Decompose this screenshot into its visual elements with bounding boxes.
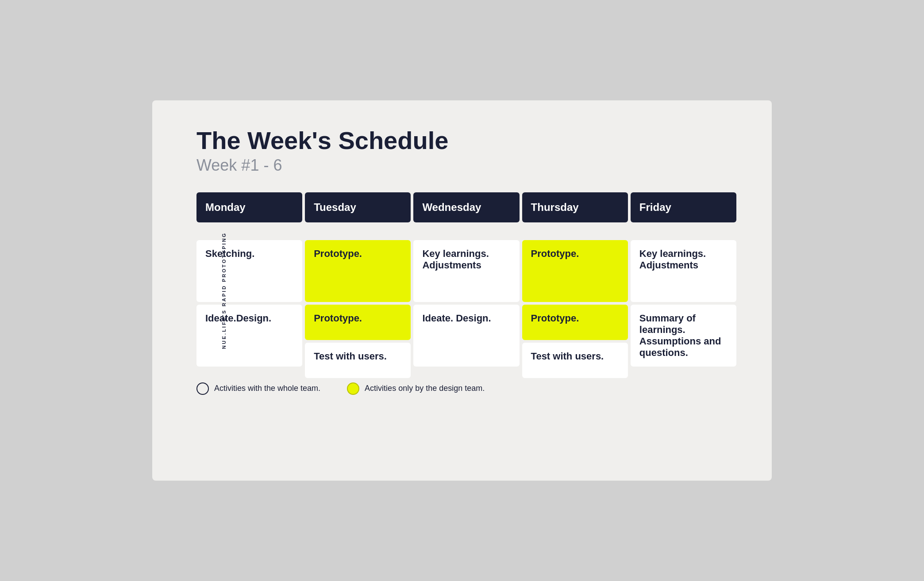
side-label: NUE.LIFE'S RAPID PROTOTYPING xyxy=(221,232,227,349)
day-header-thursday: Thursday xyxy=(522,192,628,222)
day-header-wednesday: Wednesday xyxy=(413,192,519,222)
legend: Activities with the whole team. Activiti… xyxy=(196,382,736,395)
cell-tue-r1: Prototype. xyxy=(305,240,411,302)
day-header-tuesday: Tuesday xyxy=(305,192,411,222)
day-header-monday: Monday xyxy=(196,192,302,222)
schedule-rows: Sketching. Ideate.Design. Prototype. Pro… xyxy=(196,240,736,378)
cell-mon-r1: Sketching. xyxy=(196,240,302,302)
legend-icon-white xyxy=(196,382,209,395)
legend-whole-team: Activities with the whole team. xyxy=(196,382,320,395)
cell-thu-r2a: Prototype. xyxy=(522,305,628,340)
main-title: The Week's Schedule xyxy=(196,127,736,154)
cell-thu-r1: Prototype. xyxy=(522,240,628,302)
col-friday: Key learnings. Adjustments Summary of le… xyxy=(631,240,736,378)
cell-wed-r2: Ideate. Design. xyxy=(413,305,519,367)
cell-fri-r2: Summary of learnings. Assumptions and qu… xyxy=(631,305,736,367)
cell-mon-r2: Ideate.Design. xyxy=(196,305,302,367)
cell-wed-r1: Key learnings. Adjustments xyxy=(413,240,519,302)
col-monday: Sketching. Ideate.Design. xyxy=(196,240,302,378)
sub-title: Week #1 - 6 xyxy=(196,156,736,175)
cell-thu-r2b: Test with users. xyxy=(522,343,628,378)
header: The Week's Schedule Week #1 - 6 xyxy=(196,127,736,175)
legend-design-team-label: Activities only by the design team. xyxy=(365,384,485,393)
content-area: The Week's Schedule Week #1 - 6 Monday T… xyxy=(196,127,736,454)
col-thursday: Prototype. Prototype. Test with users. xyxy=(522,240,628,378)
legend-whole-team-label: Activities with the whole team. xyxy=(214,384,320,393)
col-wednesday: Key learnings. Adjustments Ideate. Desig… xyxy=(413,240,519,378)
legend-design-team: Activities only by the design team. xyxy=(347,382,485,395)
day-header-friday: Friday xyxy=(631,192,736,222)
schedule-headers: Monday Tuesday Wednesday Thursday Friday xyxy=(196,192,736,222)
cell-tue-r2b: Test with users. xyxy=(305,343,411,378)
legend-icon-yellow xyxy=(347,382,359,395)
cell-fri-r1: Key learnings. Adjustments xyxy=(631,240,736,302)
slide-container: NUE.LIFE'S RAPID PROTOTYPING The Week's … xyxy=(152,100,772,481)
cell-tue-r2a: Prototype. xyxy=(305,305,411,340)
col-tuesday: Prototype. Prototype. Test with users. xyxy=(305,240,411,378)
